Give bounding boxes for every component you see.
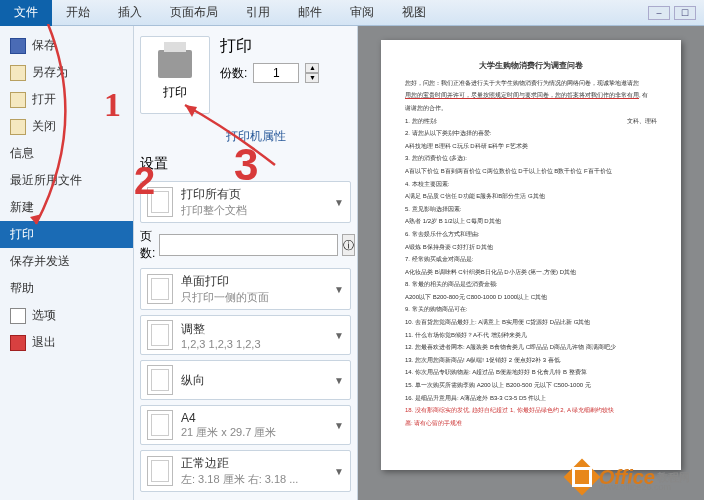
pages-input[interactable] (159, 234, 338, 256)
collate-icon (147, 320, 173, 350)
restore-button[interactable]: ☐ (674, 6, 696, 20)
sidebar-item-exit[interactable]: 退出 (0, 329, 133, 356)
tab-home[interactable]: 开始 (52, 0, 104, 26)
sidebar-item-recent[interactable]: 最近所用文件 (0, 167, 133, 194)
chevron-down-icon: ▼ (334, 466, 344, 477)
sidebar-item-open[interactable]: 打开 (0, 86, 133, 113)
pages-label: 页数: (140, 228, 155, 262)
portrait-icon (147, 365, 173, 395)
saveas-icon (10, 65, 26, 81)
sidebar-item-help[interactable]: 帮助 (0, 275, 133, 302)
watermark: Office教程网 www.office26.com (569, 464, 690, 490)
window-controls: – ☐ (648, 6, 696, 20)
copies-spinner[interactable]: ▲▼ (305, 63, 319, 83)
settings-heading: 设置 (140, 155, 351, 173)
ribbon-tabs: 文件 开始 插入 页面布局 引用 邮件 审阅 视图 – ☐ (0, 0, 704, 26)
sidebar-item-close[interactable]: 关闭 (0, 113, 133, 140)
chevron-down-icon: ▼ (334, 420, 344, 431)
close-icon (10, 119, 26, 135)
tab-mailings[interactable]: 邮件 (284, 0, 336, 26)
printer-properties-link[interactable]: 打印机属性 (226, 128, 351, 145)
tab-layout[interactable]: 页面布局 (156, 0, 232, 26)
copies-label: 份数: (220, 65, 247, 82)
printer-icon (158, 50, 192, 78)
chevron-down-icon: ▼ (334, 375, 344, 386)
exit-icon (10, 335, 26, 351)
tab-insert[interactable]: 插入 (104, 0, 156, 26)
margins-dropdown[interactable]: 正常边距左: 3.18 厘米 右: 3.18 ... ▼ (140, 450, 351, 492)
watermark-icon (563, 459, 600, 496)
pages-icon (147, 187, 173, 217)
print-button[interactable]: 打印 (140, 36, 210, 114)
chevron-down-icon: ▼ (334, 197, 344, 208)
pages-info-button[interactable]: ⓘ (342, 234, 355, 256)
tab-file[interactable]: 文件 (0, 0, 52, 26)
sidebar-item-print[interactable]: 打印 (0, 221, 133, 248)
print-panel: 打印 打印 份数: ▲▼ 打印机属性 设置 打印所有页打印整个文档 ▼ 页数: … (134, 26, 358, 500)
sidebar-item-new[interactable]: 新建 (0, 194, 133, 221)
chevron-down-icon: ▼ (334, 284, 344, 295)
print-preview: 大学生购物消费行为调查问卷 您好，问您：我们正准备进行关于大学生购物消费行为情况… (358, 26, 704, 500)
copies-input[interactable] (253, 63, 299, 83)
sidebar-item-savesend[interactable]: 保存并发送 (0, 248, 133, 275)
print-heading: 打印 (220, 36, 319, 57)
options-icon (10, 308, 26, 324)
orientation-dropdown[interactable]: 纵向 ▼ (140, 360, 351, 400)
oneside-icon (147, 274, 173, 304)
save-icon (10, 38, 26, 54)
sidebar-item-info[interactable]: 信息 (0, 140, 133, 167)
paper-icon (147, 410, 173, 440)
tab-review[interactable]: 审阅 (336, 0, 388, 26)
open-icon (10, 92, 26, 108)
sides-dropdown[interactable]: 单面打印只打印一侧的页面 ▼ (140, 268, 351, 310)
preview-page: 大学生购物消费行为调查问卷 您好，问您：我们正准备进行关于大学生购物消费行为情况… (381, 40, 681, 470)
tab-references[interactable]: 引用 (232, 0, 284, 26)
chevron-down-icon: ▼ (334, 330, 344, 341)
sidebar-item-save[interactable]: 保存 (0, 32, 133, 59)
sidebar-item-saveas[interactable]: 另存为 (0, 59, 133, 86)
print-range-dropdown[interactable]: 打印所有页打印整个文档 ▼ (140, 181, 351, 223)
minimize-button[interactable]: – (648, 6, 670, 20)
margins-icon (147, 456, 173, 486)
sidebar-item-options[interactable]: 选项 (0, 302, 133, 329)
paper-size-dropdown[interactable]: A421 厘米 x 29.7 厘米 ▼ (140, 405, 351, 445)
collate-dropdown[interactable]: 调整1,2,3 1,2,3 1,2,3 ▼ (140, 315, 351, 355)
backstage-sidebar: 保存 另存为 打开 关闭 信息 最近所用文件 新建 打印 保存并发送 帮助 选项… (0, 26, 134, 500)
tab-view[interactable]: 视图 (388, 0, 440, 26)
